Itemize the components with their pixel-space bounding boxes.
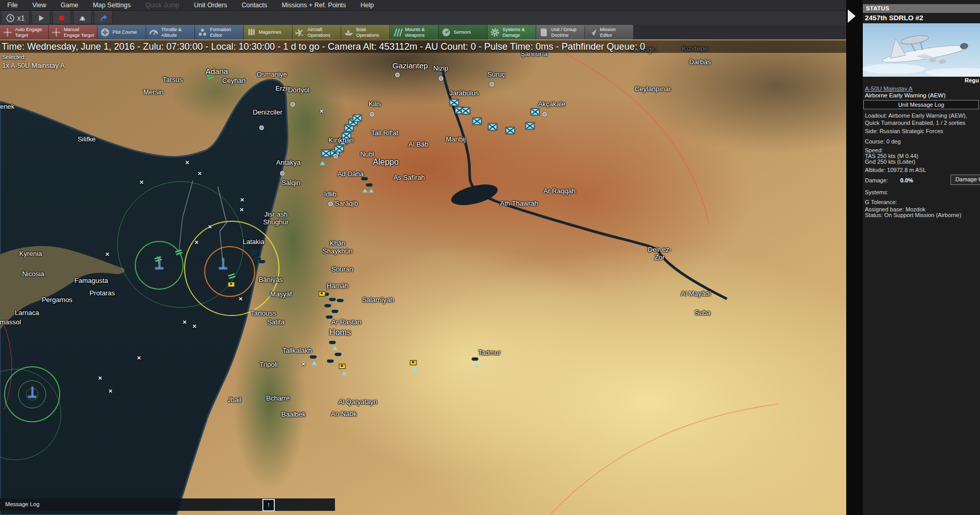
toolbar-auto-engage-target-button[interactable]: Auto Engage Target	[0, 25, 49, 39]
reference-point-icon[interactable]: ×	[105, 252, 109, 257]
toolbar-manual-engage-target-button[interactable]: Manual Engage Target	[49, 25, 97, 39]
unit-message-log-button[interactable]: Unit Message Log	[863, 100, 979, 109]
toolbar-formation-editor-button[interactable]: Formation Editor	[195, 25, 244, 39]
air-contact-icon[interactable]	[531, 109, 540, 116]
air-contact-icon[interactable]	[461, 108, 470, 115]
own-aircraft-symbol[interactable]	[153, 258, 165, 271]
map-place-label: As Safīrah	[394, 174, 425, 181]
ground-contact-icon[interactable]	[331, 310, 339, 313]
ground-contact-icon[interactable]	[327, 360, 334, 363]
menu-view[interactable]: View	[25, 0, 53, 10]
reference-point-icon[interactable]: ×	[198, 171, 202, 176]
unknown-contact-triangle-icon[interactable]	[342, 371, 347, 375]
ground-contact-icon[interactable]	[334, 353, 342, 356]
map-viewport[interactable]: ×××××××××××××××× AdanaCeyhanTarsusMersin…	[0, 39, 846, 515]
quick-jump-button[interactable]	[94, 11, 113, 24]
unknown-contact-triangle-icon[interactable]	[312, 362, 317, 365]
reference-point-icon[interactable]: ×	[192, 324, 197, 329]
reference-point-icon[interactable]: ×	[239, 296, 243, 302]
menu-help[interactable]: Help	[353, 0, 381, 10]
run-simulation-button[interactable]	[32, 11, 50, 24]
ground-contact-icon[interactable]	[337, 299, 344, 303]
reference-point-icon[interactable]: ×	[319, 109, 324, 114]
menu-contacts[interactable]: Contacts	[234, 0, 274, 10]
air-contact-icon[interactable]	[506, 127, 515, 134]
reference-point-icon[interactable]: ×	[301, 362, 305, 367]
toolbar-systems-damage-button[interactable]: Systems & Damage	[487, 25, 536, 39]
reference-point-icon[interactable]: ×	[185, 160, 189, 165]
unit-photo	[863, 23, 980, 77]
reference-point-icon[interactable]: ×	[240, 207, 244, 212]
menu-game[interactable]: Game	[53, 0, 86, 10]
map-place-label: Bāniyās	[259, 276, 283, 283]
air-contact-icon[interactable]	[450, 99, 459, 106]
message-log-title: Message Log	[5, 501, 39, 507]
own-aircraft-symbol[interactable]	[217, 258, 229, 271]
expand-message-log-button[interactable]: ↑	[262, 499, 275, 511]
air-contact-icon[interactable]	[353, 115, 362, 122]
map-place-label: Denizciler	[253, 108, 282, 116]
ground-unit-icon[interactable]	[319, 291, 326, 296]
air-contact-icon[interactable]	[488, 124, 497, 131]
loadout-text: Loadout: Airborne Early Warning (AEW), Q…	[865, 112, 978, 127]
map-mode-button[interactable]	[73, 11, 92, 24]
toolbar-unit-group-doctrine-button[interactable]: Unit / Group Doctrine	[536, 25, 585, 39]
reference-point-icon[interactable]: ×	[108, 389, 113, 394]
menu-unit-orders[interactable]: Unit Orders	[187, 0, 234, 10]
toolbar-button-label: Formation Editor	[210, 27, 231, 37]
toolbar-boat-operations-button[interactable]: Boat Operations	[341, 25, 390, 39]
toolbar-mounts-weapons-button[interactable]: Mounts & Weapons	[390, 25, 439, 39]
damage-control-button[interactable]: Damage C	[950, 175, 980, 185]
toolbar-throttle-altitude-button[interactable]: Throttle & Altitude	[146, 25, 195, 39]
unknown-contact-triangle-icon[interactable]	[474, 364, 480, 368]
ground-unit-icon[interactable]	[339, 364, 346, 369]
ground-contact-icon[interactable]	[250, 251, 258, 254]
reference-point-icon[interactable]: ×	[240, 197, 244, 203]
unknown-contact-triangle-icon[interactable]	[362, 189, 368, 193]
reference-point-icon[interactable]: ×	[139, 180, 144, 185]
ground-contact-icon[interactable]	[366, 183, 373, 187]
ground-contact-icon[interactable]	[324, 304, 331, 308]
toolbar-plot-course-button[interactable]: Plot Course	[97, 25, 146, 39]
message-log-bar[interactable]: Message Log ↑	[0, 498, 335, 511]
ground-contact-icon[interactable]	[471, 357, 479, 361]
air-contact-icon[interactable]	[473, 118, 482, 125]
reference-point-icon[interactable]: ×	[98, 376, 102, 381]
ground-contact-icon[interactable]	[329, 298, 336, 302]
map-place-label: Satita	[267, 318, 284, 326]
air-contact-icon[interactable]	[526, 123, 535, 130]
unknown-contact-triangle-icon[interactable]	[320, 162, 325, 165]
ground-unit-icon[interactable]	[410, 360, 417, 365]
map-place-label: Suruç	[487, 70, 505, 78]
unknown-contact-triangle-icon[interactable]	[369, 189, 374, 193]
time-compression-button[interactable]: x1	[1, 11, 30, 24]
unknown-contact-triangle-icon[interactable]	[412, 368, 417, 371]
unit-class-link[interactable]: A-50U Mainstay A	[865, 85, 913, 92]
unknown-contact-triangle-icon[interactable]	[332, 347, 338, 350]
own-aircraft-symbol[interactable]	[26, 387, 38, 400]
toolbar-magazines-button[interactable]: Magazines	[244, 25, 292, 39]
air-contact-icon[interactable]	[322, 150, 331, 157]
collapse-sidebar-arrow-icon[interactable]	[848, 9, 856, 23]
reference-point-icon[interactable]: ×	[208, 224, 212, 230]
air-contact-icon[interactable]	[335, 146, 344, 152]
toolbar-button-label: Throttle & Altitude	[161, 27, 181, 37]
toolbar-sensors-button[interactable]: Sensors	[439, 25, 487, 39]
aircraft-illustration	[863, 23, 980, 77]
reference-point-icon[interactable]: ×	[194, 240, 199, 245]
ground-contact-icon[interactable]	[310, 355, 317, 359]
ground-contact-icon[interactable]	[258, 260, 265, 264]
ground-unit-icon[interactable]	[228, 282, 235, 287]
reference-point-icon[interactable]: ×	[137, 355, 141, 361]
toolbar-button-label: Auto Engage Target	[15, 27, 42, 37]
menu-missions-ref-points[interactable]: Missions + Ref. Points	[274, 0, 353, 10]
reference-point-icon[interactable]: ×	[183, 320, 187, 325]
toolbar-mission-editor-button[interactable]: Mission Editor	[585, 25, 634, 39]
time-status-bar: Time: Wednesday, June 1, 2016 - Zulu: 07…	[0, 40, 846, 53]
menu-file[interactable]: File	[0, 0, 25, 10]
menu-map-settings[interactable]: Map Settings	[86, 0, 138, 10]
map-place-label: Maşyāf	[270, 290, 292, 298]
record-button[interactable]	[52, 11, 71, 24]
toolbar-aircraft-operations-button[interactable]: Aircraft Operations	[292, 25, 341, 39]
ground-contact-icon[interactable]	[329, 341, 336, 345]
